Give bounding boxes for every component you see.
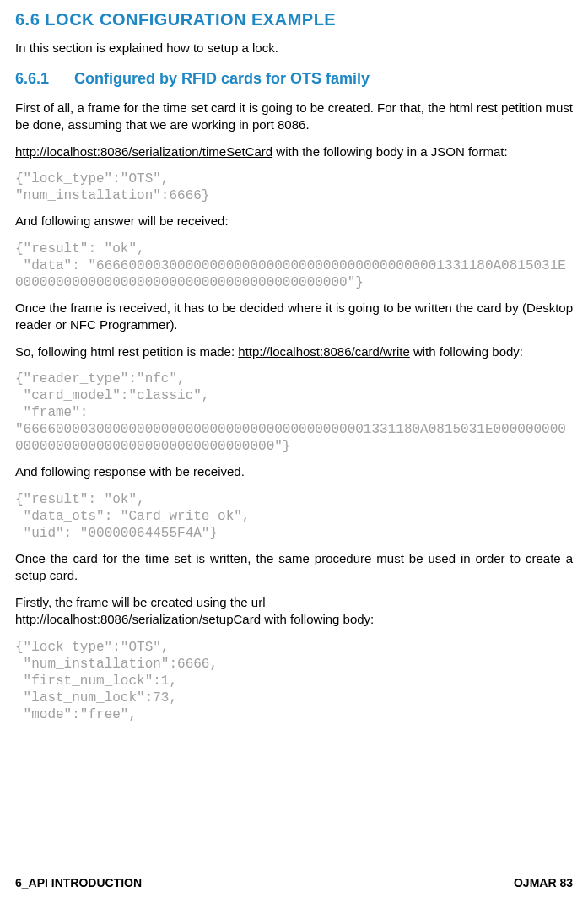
code-block: {"lock_type":"OTS", "num_installation":6…: [15, 170, 573, 204]
subsection-heading: 6.6.1Configured by RFID cards for OTS fa…: [15, 68, 573, 89]
code-block: {"result": "ok", "data": "66660000300000…: [15, 241, 573, 291]
footer-right: OJMAR 83: [514, 875, 573, 891]
section-heading: 6.6 LOCK CONFIGURATION EXAMPLE: [15, 8, 573, 31]
text-run: with following body:: [261, 612, 374, 626]
paragraph: And following response with be received.: [15, 463, 573, 480]
intro-paragraph: In this section is explained how to setu…: [15, 40, 573, 57]
url-link[interactable]: http://localhost:8086/serialization/time…: [15, 144, 272, 159]
code-block: {"reader_type":"nfc", "card_model":"clas…: [15, 370, 573, 455]
paragraph: First of all, a frame for the time set c…: [15, 100, 573, 134]
footer-left: 6_API INTRODUCTION: [15, 875, 142, 891]
paragraph: Firstly, the frame will be created using…: [15, 594, 573, 629]
paragraph: So, following html rest petition is made…: [15, 343, 573, 360]
subsection-number: 6.6.1: [15, 68, 74, 89]
url-link[interactable]: http://localhost:8086/serialization/setu…: [15, 612, 261, 626]
paragraph: And following answer will be received:: [15, 213, 573, 230]
text-run: with the following body in a JSON format…: [272, 144, 507, 159]
paragraph: Once the frame is received, it has to be…: [15, 300, 573, 334]
subsection-title: Configured by RFID cards for OTS family: [74, 70, 370, 87]
paragraph: Once the card for the time set is writte…: [15, 550, 573, 585]
url-link[interactable]: http://localhost:8086/card/write: [238, 344, 409, 359]
page-footer: 6_API INTRODUCTION OJMAR 83: [15, 875, 573, 891]
text-run: with following body:: [410, 344, 523, 359]
code-block: {"result": "ok", "data_ots": "Card write…: [15, 491, 573, 542]
paragraph: http://localhost:8086/serialization/time…: [15, 143, 573, 160]
code-block: {"lock_type":"OTS", "num_installation":6…: [15, 639, 573, 723]
text-run: So, following html rest petition is made…: [15, 344, 238, 359]
text-run: Firstly, the frame will be created using…: [15, 595, 266, 609]
